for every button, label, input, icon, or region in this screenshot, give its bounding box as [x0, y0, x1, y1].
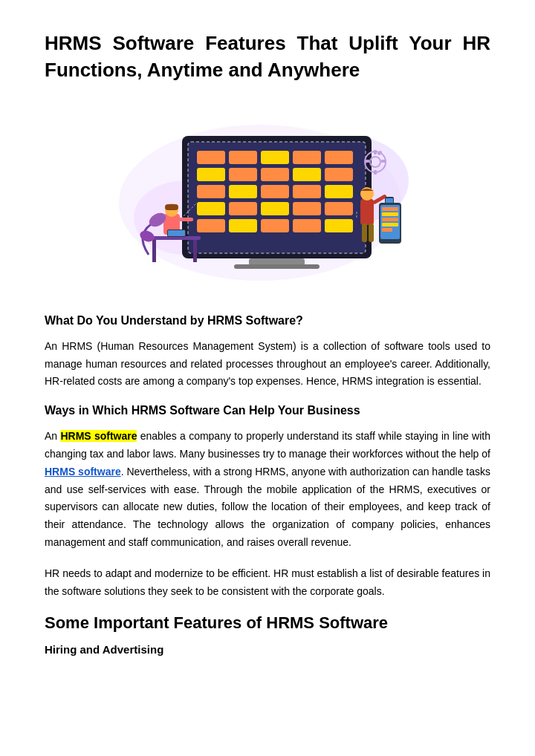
svg-rect-35 [193, 240, 197, 262]
svg-rect-34 [152, 240, 156, 262]
svg-rect-18 [293, 185, 321, 198]
svg-rect-19 [325, 185, 353, 198]
section1-heading: What Do You Understand by HRMS Software? [45, 314, 490, 328]
svg-rect-12 [261, 168, 289, 181]
svg-rect-58 [382, 207, 398, 211]
svg-rect-21 [229, 202, 257, 215]
section3-subheading: Hiring and Advertising [45, 643, 490, 656]
svg-rect-55 [381, 160, 386, 163]
svg-rect-24 [325, 202, 353, 215]
svg-rect-38 [165, 204, 178, 210]
svg-rect-5 [197, 151, 225, 164]
svg-rect-20 [197, 202, 225, 215]
svg-rect-9 [325, 151, 353, 164]
svg-rect-52 [374, 170, 377, 175]
section1-body: An HRMS (Human Resources Management Syst… [45, 338, 490, 391]
section2-heading: Ways in Which HRMS Software Can Help You… [45, 404, 490, 417]
svg-rect-29 [325, 219, 353, 232]
svg-rect-62 [382, 228, 392, 232]
svg-rect-14 [325, 168, 353, 181]
svg-rect-26 [229, 219, 257, 232]
hrms-software-link[interactable]: HRMS software [45, 466, 121, 478]
svg-rect-39 [178, 218, 193, 221]
section2-end: . Nevertheless, with a strong HRMS, anyo… [45, 466, 490, 548]
page-title: HRMS Software Features That Uplift Your … [45, 30, 490, 84]
svg-rect-42 [360, 199, 374, 225]
section2-prefix: An [45, 430, 60, 442]
svg-rect-54 [365, 160, 369, 163]
section2-body2: HR needs to adapt and modernize to be ef… [45, 565, 490, 601]
svg-rect-22 [261, 202, 289, 215]
hrms-software-highlight: HRMS software [60, 430, 137, 442]
hero-illustration [111, 106, 424, 284]
svg-rect-32 [234, 264, 320, 269]
svg-rect-16 [229, 185, 257, 198]
svg-rect-45 [369, 224, 374, 242]
svg-rect-59 [382, 212, 398, 216]
svg-rect-27 [261, 219, 289, 232]
section3-heading: Some Important Features of HRMS Software [45, 613, 490, 633]
svg-rect-7 [261, 151, 289, 164]
svg-rect-23 [293, 202, 321, 215]
svg-rect-61 [382, 223, 398, 227]
svg-rect-60 [382, 218, 398, 221]
page-container: HRMS Software Features That Uplift Your … [0, 0, 535, 691]
svg-rect-44 [362, 224, 367, 242]
svg-rect-13 [293, 168, 321, 181]
svg-rect-41 [168, 230, 185, 236]
section2-body1: An HRMS software enables a company to pr… [45, 428, 490, 552]
svg-rect-17 [261, 185, 289, 198]
svg-rect-25 [197, 219, 225, 232]
svg-rect-15 [197, 185, 225, 198]
svg-rect-10 [197, 168, 225, 181]
svg-rect-8 [293, 151, 321, 164]
svg-rect-6 [229, 151, 257, 164]
svg-rect-51 [374, 150, 377, 154]
hero-image-container [45, 106, 490, 284]
svg-rect-11 [229, 168, 257, 181]
svg-rect-28 [293, 219, 321, 232]
